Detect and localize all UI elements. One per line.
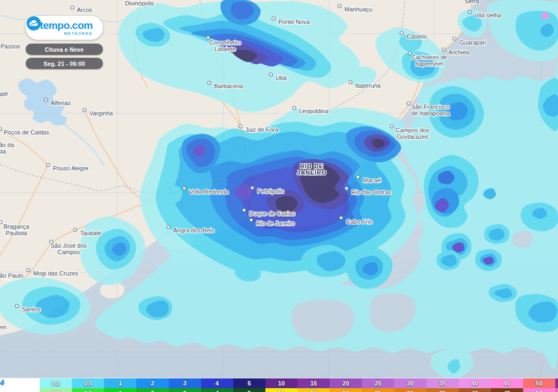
city-label: Vila Velha xyxy=(475,12,502,19)
legend-cell-rain-0.5: 0.5 xyxy=(72,378,104,388)
precipitation-legend: 0.20.5123451015202530354045500.20.512345… xyxy=(0,378,558,392)
legend-cell-snow-0.5: 0.5 xyxy=(72,388,104,392)
city-label: Juiz de Fora xyxy=(245,126,278,133)
city-marker xyxy=(239,125,242,128)
city-marker xyxy=(27,268,30,272)
city-marker xyxy=(167,225,170,229)
city-label: Arcos xyxy=(77,7,93,13)
city-label: Santos xyxy=(22,306,41,313)
city-marker xyxy=(0,127,2,131)
legend-cell-snow-2: 2 xyxy=(136,388,168,392)
city-label: São Franciscode Itabapoana xyxy=(411,103,450,117)
legend-cell-rain-20: 20 xyxy=(330,378,362,388)
city-label: Barbacena xyxy=(214,83,244,89)
city-label: Macaé xyxy=(363,177,381,183)
city-marker xyxy=(442,48,445,51)
legend-cell-snow-40: 40 xyxy=(459,388,491,392)
city-marker xyxy=(272,17,275,20)
city-marker xyxy=(251,186,254,189)
city-label: Itaperuna xyxy=(355,82,381,89)
city-label: Cachoeiro deItapemirim xyxy=(411,54,447,67)
legend-cell-rain-35: 35 xyxy=(427,378,459,388)
city-label: Guaxupé xyxy=(0,90,8,97)
city-marker xyxy=(208,81,211,84)
city-label: Pouso Alegre xyxy=(53,165,88,171)
legend-cell-rain-45: 45 xyxy=(491,378,523,388)
city-label: Petrópolis xyxy=(257,188,284,194)
legend-sliver xyxy=(555,378,558,388)
city-marker xyxy=(269,73,272,76)
legend-cell-snow-5: 5 xyxy=(233,388,265,392)
city-label: Castelo xyxy=(407,33,427,40)
legend-cell-rain-25: 25 xyxy=(362,378,394,388)
city-label: Angra dos Reis xyxy=(173,227,215,234)
city-marker xyxy=(44,98,47,101)
legend-cell-snow-20: 20 xyxy=(330,388,362,392)
layer-selector-button[interactable]: Chuva e Neve xyxy=(26,44,103,55)
city-label: Guarapari xyxy=(459,39,486,46)
legend-cell-rain-5: 5 xyxy=(233,378,265,388)
city-label: Rio das Ostras xyxy=(351,189,391,195)
state-label: RIO DEJANEIRO xyxy=(297,163,327,176)
city-label: Ubá xyxy=(276,75,287,81)
city-marker xyxy=(390,125,393,128)
city-label: BragançaPaulista xyxy=(3,223,29,236)
legend-cell-rain-3: 3 xyxy=(169,378,201,388)
legend-cell-rain-40: 40 xyxy=(459,378,491,388)
city-marker xyxy=(339,216,343,219)
city-label: Passos xyxy=(1,43,21,50)
legend-cell-rain-1: 1 xyxy=(104,378,136,388)
city-label: São Paulo xyxy=(0,272,23,279)
legend-cell-rain-10: 10 xyxy=(265,378,298,388)
city-label: Divinópolis xyxy=(125,0,154,7)
city-label: Ponte Nova xyxy=(278,19,310,25)
city-marker xyxy=(46,163,50,167)
city-label: Mogi das Cruzes xyxy=(33,270,78,277)
city-marker xyxy=(242,209,246,212)
legend-sliver xyxy=(555,388,558,392)
legend-cell-snow-4: 4 xyxy=(201,388,233,392)
city-marker xyxy=(15,304,19,308)
legend-cell-rain-0.2: 0.2 xyxy=(40,378,72,388)
legend-cell-rain-2: 2 xyxy=(136,378,168,388)
city-label: Manhuaçu xyxy=(344,6,372,13)
city-marker xyxy=(349,81,352,84)
brand-subtitle: METEORED xyxy=(64,32,92,35)
city-label: Leopoldina xyxy=(299,108,329,114)
legend-cell-snow-45: 45 xyxy=(491,388,523,392)
tempo-logo-text: tempo.com METEORED xyxy=(40,20,93,35)
tempo-logo-pill[interactable]: tempo.com METEORED xyxy=(26,16,103,40)
city-label: Volta Redonda xyxy=(189,188,229,195)
city-marker xyxy=(74,228,77,231)
city-marker xyxy=(338,4,341,8)
legend-cell-snow-30: 30 xyxy=(394,388,426,392)
legend-row-rain: 0.20.512345101520253035404550 xyxy=(0,378,558,388)
legend-cell-rain-30: 30 xyxy=(394,378,426,388)
legend-cell-snow-15: 15 xyxy=(298,388,330,392)
city-label: Duque de Caxias xyxy=(249,210,295,217)
city-label: Itanhaém xyxy=(0,324,7,330)
city-label: Varginha xyxy=(89,110,113,117)
city-label: Anchieta xyxy=(448,50,470,56)
legend-row-snow: 0.20.512345101520253035404550 xyxy=(0,388,558,392)
time-selector-button[interactable]: Seg. 21 - 06:00 xyxy=(26,58,103,69)
city-marker xyxy=(345,187,348,190)
legend-cell-rain-15: 15 xyxy=(298,378,330,388)
city-label: Poços de Caldas xyxy=(4,129,50,136)
legend-cell-snow-25: 25 xyxy=(362,388,394,392)
city-label: Cabo Frio xyxy=(346,218,372,225)
city-marker xyxy=(356,175,360,179)
legend-cell-rain-4: 4 xyxy=(201,378,233,388)
city-marker xyxy=(250,218,253,222)
city-marker xyxy=(293,106,296,109)
city-marker xyxy=(400,32,403,35)
precip-gap xyxy=(292,299,354,342)
city-marker xyxy=(468,10,471,14)
raindrops-icon xyxy=(0,378,40,388)
snowflakes-icon xyxy=(0,388,40,392)
city-marker xyxy=(0,220,2,224)
city-marker xyxy=(407,102,410,105)
city-label: Serra xyxy=(465,0,480,4)
legend-cell-snow-0.2: 0.2 xyxy=(40,388,72,392)
legend-cell-rain-50: 50 xyxy=(523,378,555,388)
